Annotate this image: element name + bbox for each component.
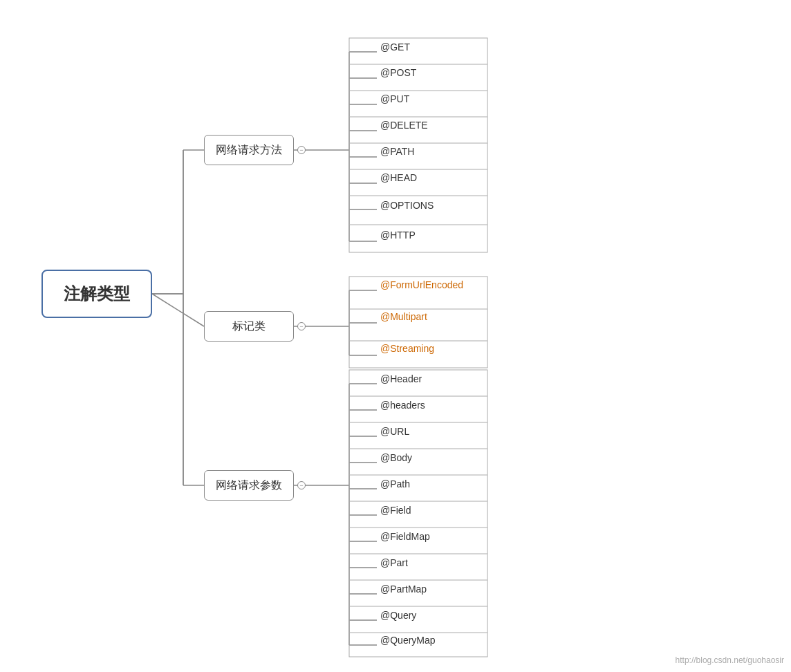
branch-node-2: 标记类: [204, 311, 294, 342]
svg-line-3: [152, 294, 204, 326]
leaf-b3-2: @URL: [380, 426, 409, 437]
leaf-b1-3: @DELETE: [380, 120, 428, 131]
leaf-b1-7: @HTTP: [380, 230, 416, 241]
diagram-container: 注解类型 网络请求方法 − 标记类 − 网络请求参数 − @GET @POST …: [0, 0, 791, 672]
leaf-b2-0: @FormUrlEncoded: [380, 279, 463, 290]
leaf-b3-1: @headers: [380, 400, 425, 411]
leaf-b1-2: @PUT: [380, 93, 409, 104]
collapse-dot-3[interactable]: −: [297, 481, 306, 489]
root-label: 注解类型: [64, 283, 130, 305]
leaf-b1-6: @OPTIONS: [380, 200, 434, 211]
leaf-b2-2: @Streaming: [380, 343, 434, 354]
leaf-b1-4: @PATH: [380, 146, 414, 157]
leaf-b3-0: @Header: [380, 373, 422, 384]
leaf-b2-1: @Multipart: [380, 311, 427, 322]
leaf-b3-3: @Body: [380, 452, 412, 463]
branch-3-label: 网络请求参数: [216, 478, 282, 493]
branch-1-label: 网络请求方法: [216, 143, 282, 158]
leaf-b3-5: @Field: [380, 505, 411, 516]
leaf-b3-9: @Query: [380, 610, 416, 621]
watermark: http://blog.csdn.net/guohaosir: [676, 655, 784, 665]
branch-node-3: 网络请求参数: [204, 470, 294, 501]
root-node: 注解类型: [41, 270, 152, 318]
leaf-b3-7: @Part: [380, 557, 408, 568]
branch-node-1: 网络请求方法: [204, 135, 294, 165]
collapse-dot-1[interactable]: −: [297, 146, 306, 154]
leaf-b3-10: @QueryMap: [380, 635, 436, 646]
leaf-b1-5: @HEAD: [380, 172, 417, 183]
svg-rect-47: [349, 370, 487, 657]
leaf-b3-4: @Path: [380, 478, 410, 489]
leaf-b3-6: @FieldMap: [380, 531, 430, 542]
leaf-b1-0: @GET: [380, 41, 410, 53]
branch-2-label: 标记类: [232, 319, 266, 334]
svg-rect-36: [349, 38, 487, 252]
leaf-b3-8: @PartMap: [380, 584, 427, 595]
collapse-dot-2[interactable]: −: [297, 322, 306, 330]
leaf-b1-1: @POST: [380, 67, 416, 78]
